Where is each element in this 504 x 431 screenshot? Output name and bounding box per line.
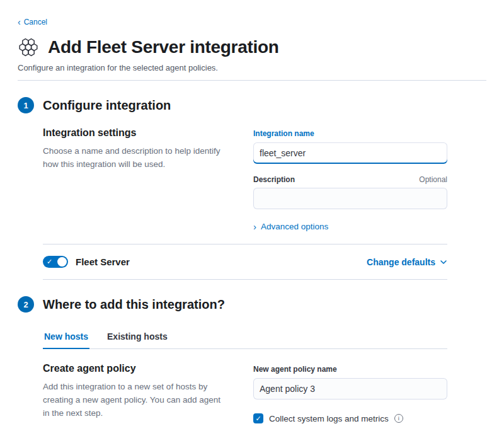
- tab-existing-hosts[interactable]: Existing hosts: [106, 328, 169, 348]
- advanced-options-link[interactable]: › Advanced options: [253, 222, 328, 231]
- page-subtitle: Configure an integration for the selecte…: [18, 63, 486, 72]
- description-label: Description: [253, 175, 295, 184]
- step-where-to-add: 2 Where to add this integration? New hos…: [18, 296, 486, 423]
- policy-name-field: New agent policy name: [253, 363, 447, 399]
- page-header: Add Fleet Server integration: [18, 37, 486, 58]
- change-defaults-link[interactable]: Change defaults: [367, 257, 447, 267]
- fleet-server-row: ✓ Fleet Server Change defaults: [43, 256, 447, 268]
- header-divider: [18, 80, 486, 81]
- create-agent-policy-title: Create agent policy: [43, 363, 228, 374]
- step-configure-integration: 1 Configure integration Integration sett…: [18, 97, 486, 280]
- integration-settings-section: Integration settings Choose a name and d…: [43, 127, 447, 233]
- policy-name-label: New agent policy name: [253, 365, 337, 374]
- create-agent-policy-info: Create agent policy Add this integration…: [43, 363, 228, 423]
- chevron-left-icon: ‹: [18, 18, 21, 26]
- change-defaults-label: Change defaults: [367, 257, 435, 267]
- integration-settings-info: Integration settings Choose a name and d…: [43, 127, 228, 233]
- integration-settings-description: Choose a name and description to help id…: [43, 145, 228, 171]
- step2-body: New hosts Existing hosts Create agent po…: [43, 328, 447, 423]
- info-icon[interactable]: i: [394, 414, 403, 423]
- collect-logs-checkbox[interactable]: ✓: [253, 413, 263, 423]
- fleet-server-top-divider: [43, 244, 447, 244]
- step1-header: 1 Configure integration: [18, 97, 486, 113]
- integration-settings-title: Integration settings: [43, 127, 228, 139]
- fleet-server-label: Fleet Server: [76, 256, 130, 267]
- step1-body: Integration settings Choose a name and d…: [43, 127, 447, 280]
- create-agent-policy-section: Create agent policy Add this integration…: [43, 363, 447, 423]
- collect-logs-label: Collect system logs and metrics: [269, 414, 389, 423]
- advanced-options-label: Advanced options: [261, 222, 328, 231]
- step1-title: Configure integration: [43, 98, 171, 113]
- chevron-down-icon: [440, 258, 447, 266]
- integration-name-label: Integration name: [253, 129, 314, 138]
- description-input[interactable]: [253, 188, 447, 209]
- add-fleet-server-integration-page: ‹ Cancel Add Fleet Server integration Co…: [0, 0, 504, 423]
- step2-number-badge: 2: [18, 296, 34, 313]
- policy-name-input[interactable]: [253, 378, 447, 399]
- step2-header: 2 Where to add this integration?: [18, 296, 486, 313]
- description-field: Description Optional: [253, 175, 447, 209]
- toggle-check-icon: ✓: [47, 257, 52, 265]
- host-tabs: New hosts Existing hosts: [43, 328, 447, 349]
- cancel-link[interactable]: ‹ Cancel: [18, 18, 47, 26]
- fleet-server-toggle[interactable]: ✓: [43, 256, 68, 268]
- description-optional-hint: Optional: [419, 175, 447, 184]
- tab-new-hosts[interactable]: New hosts: [43, 328, 89, 349]
- integration-name-field: Integration name: [253, 127, 447, 164]
- page-title: Add Fleet Server integration: [48, 37, 279, 57]
- create-agent-policy-description: Add this integration to a new set of hos…: [43, 381, 228, 420]
- fleet-server-bottom-divider: [43, 279, 447, 280]
- step2-title: Where to add this integration?: [43, 297, 225, 312]
- checkbox-check-icon: ✓: [255, 415, 261, 423]
- cancel-label: Cancel: [24, 18, 47, 26]
- integration-name-input[interactable]: [253, 142, 447, 164]
- fleet-hexagons-icon: [18, 37, 39, 58]
- toggle-knob: [57, 257, 67, 267]
- chevron-right-icon: ›: [253, 222, 256, 231]
- integration-settings-form: Integration name Description Optional › …: [253, 127, 447, 233]
- collect-logs-row: ✓ Collect system logs and metrics i: [253, 413, 447, 423]
- create-agent-policy-form: New agent policy name ✓ Collect system l…: [253, 363, 447, 423]
- step1-number-badge: 1: [18, 97, 34, 113]
